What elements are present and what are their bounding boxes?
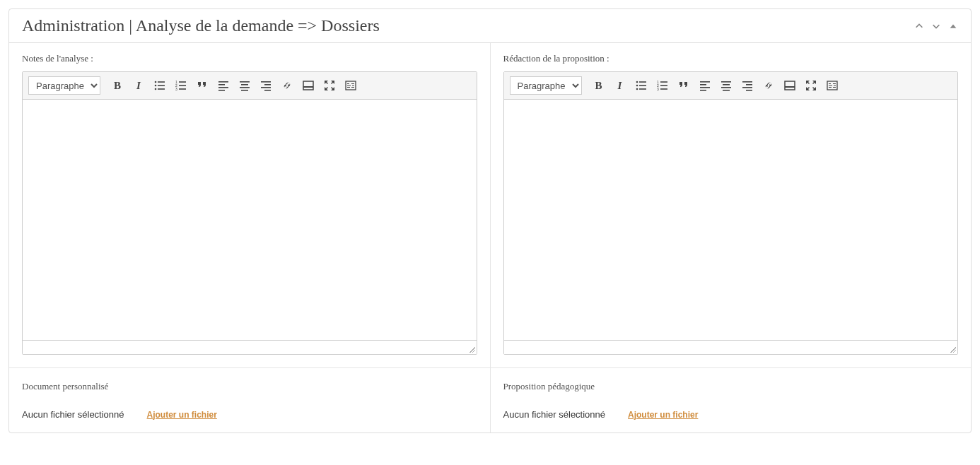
svg-rect-20 [261,81,271,83]
italic-icon[interactable]: I [129,76,148,95]
left-file-status: Aucun fichier sélectionné [22,409,124,420]
svg-rect-45 [700,81,710,83]
italic-icon[interactable]: I [610,76,630,95]
collapse-triangle-icon[interactable] [948,21,958,31]
editor-statusbar[interactable] [23,340,477,354]
link-icon[interactable] [759,76,778,95]
right-editor: Paragraphe B I 123 [503,71,959,355]
svg-rect-15 [218,90,225,91]
chevron-down-icon[interactable] [931,21,941,31]
blockquote-icon[interactable] [674,76,694,95]
svg-rect-51 [721,87,731,88]
right-textarea[interactable] [504,100,958,340]
svg-point-35 [636,85,638,87]
svg-point-2 [155,85,157,87]
numbered-list-icon[interactable]: 123 [653,76,672,95]
svg-rect-62 [829,87,832,88]
align-left-icon[interactable] [695,76,715,95]
svg-text:3: 3 [175,87,177,91]
svg-rect-55 [742,87,752,88]
panel-header: Administration | Analyse de la demande =… [9,9,971,43]
svg-rect-3 [158,85,165,86]
svg-rect-52 [723,90,730,91]
bold-icon[interactable]: B [589,76,609,95]
svg-text:3: 3 [657,87,659,91]
svg-rect-56 [746,90,752,91]
svg-rect-29 [347,87,350,88]
right-file-line: Aucun fichier sélectionné Ajouter un fic… [503,409,959,420]
svg-rect-19 [241,90,248,91]
left-add-file-link[interactable]: Ajouter un fichier [147,410,217,420]
svg-rect-54 [746,84,752,86]
svg-rect-63 [833,83,836,84]
svg-rect-5 [158,88,165,90]
svg-rect-30 [351,83,354,84]
svg-rect-38 [639,88,646,90]
svg-rect-24 [303,81,313,90]
svg-rect-40 [660,81,667,83]
format-select[interactable]: Paragraphe [28,76,100,95]
svg-rect-1 [158,81,165,83]
svg-rect-16 [240,81,250,83]
svg-rect-49 [721,81,731,83]
svg-rect-31 [352,86,354,86]
svg-rect-22 [261,87,271,88]
right-column: Rédaction de la proposition : Paragraphe… [490,43,972,367]
editor-statusbar[interactable] [504,340,958,354]
svg-rect-21 [264,84,271,86]
chevron-up-icon[interactable] [914,21,924,31]
svg-rect-57 [785,81,795,90]
source-code-icon[interactable] [822,76,842,95]
svg-rect-12 [218,81,228,83]
image-icon[interactable] [780,76,800,95]
source-code-icon[interactable] [341,76,361,95]
align-right-icon[interactable] [256,76,276,95]
svg-point-4 [155,88,157,90]
left-textarea[interactable] [23,100,477,340]
bullet-list-icon[interactable] [631,76,651,95]
svg-rect-17 [241,84,248,86]
svg-rect-32 [351,87,354,88]
left-label: Notes de l'analyse : [22,53,477,64]
svg-rect-60 [829,83,831,84]
left-column: Notes de l'analyse : Paragraphe B I 123 [9,43,490,367]
svg-point-33 [636,81,638,83]
align-left-icon[interactable] [214,76,233,95]
svg-rect-14 [218,87,228,88]
align-right-icon[interactable] [737,76,757,95]
svg-rect-25 [303,86,313,88]
file-row: Document personnalisé Aucun fichier séle… [9,367,971,432]
bullet-list-icon[interactable] [150,76,170,95]
numbered-list-icon[interactable]: 123 [171,76,191,95]
svg-rect-11 [179,88,186,90]
left-toolbar: Paragraphe B I 123 [23,72,477,100]
right-file-status: Aucun fichier sélectionné [503,409,606,420]
bold-icon[interactable]: B [107,76,127,95]
svg-rect-42 [660,85,667,86]
fullscreen-icon[interactable] [320,76,339,95]
right-label: Rédaction de la proposition : [503,53,959,64]
svg-rect-28 [347,86,351,86]
svg-rect-61 [829,86,832,86]
blockquote-icon[interactable] [192,76,212,95]
format-select[interactable]: Paragraphe [510,76,582,95]
editor-area [504,100,958,340]
svg-rect-46 [700,84,706,86]
fullscreen-icon[interactable] [801,76,821,95]
align-center-icon[interactable] [235,76,255,95]
right-toolbar: Paragraphe B I 123 [504,72,958,100]
svg-point-37 [636,88,638,90]
svg-rect-9 [179,85,186,86]
right-add-file-link[interactable]: Ajouter un fichier [628,410,698,420]
svg-point-0 [155,81,157,83]
image-icon[interactable] [298,76,318,95]
svg-rect-36 [639,85,646,86]
svg-rect-7 [179,81,186,83]
editor-area [23,100,477,340]
panel-controls [914,21,958,31]
panel: Administration | Analyse de la demande =… [8,8,972,433]
svg-rect-48 [700,90,706,91]
link-icon[interactable] [277,76,297,95]
align-center-icon[interactable] [716,76,736,95]
svg-rect-23 [264,90,271,91]
